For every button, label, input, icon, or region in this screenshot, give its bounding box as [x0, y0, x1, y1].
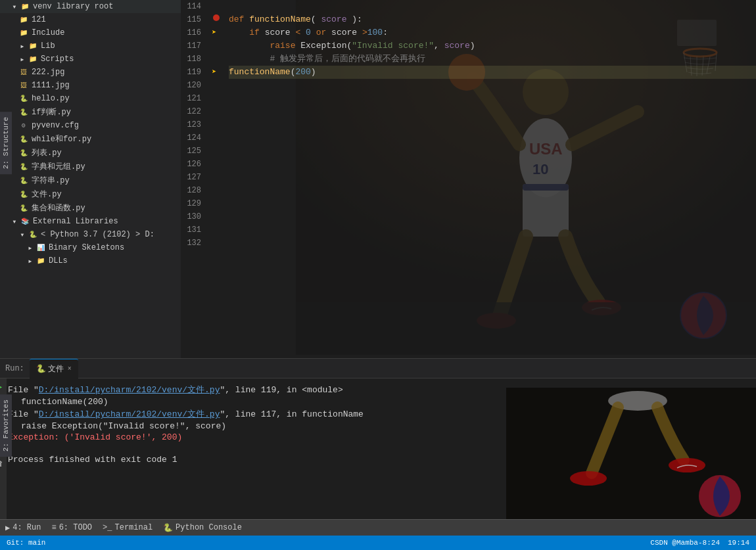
- code-lines[interactable]: def functionName( score ): if score < 0 …: [224, 0, 756, 358]
- config-icon: ⚙: [18, 120, 29, 131]
- python-icon: 🐍: [18, 148, 29, 158]
- favorites-panel-label[interactable]: 2: Favorites: [0, 394, 12, 457]
- expand-icon: ▶: [26, 244, 34, 252]
- run-delete-button[interactable]: 🗑: [0, 459, 3, 468]
- sidebar-item-label: pyvenv.cfg: [32, 121, 79, 130]
- run-icon: ▶: [5, 523, 10, 533]
- sidebar-item-1111jpg[interactable]: 🖼 1111.jpg: [0, 79, 181, 92]
- sidebar-item-label: DLLs: [49, 256, 68, 265]
- editor-area[interactable]: USA 10: [181, 0, 756, 358]
- expand-icon: ▼: [11, 218, 18, 225]
- sidebar-item-dict-py[interactable]: 🐍 字典和元组.py: [0, 160, 181, 173]
- run-tab-python-console[interactable]: 🐍 Python Console: [163, 523, 242, 533]
- line-num: 128: [181, 184, 205, 197]
- code-line-125: [229, 145, 756, 158]
- sidebar-item-222jpg[interactable]: 🖼 222.jpg: [0, 66, 181, 79]
- code-line-123: [229, 118, 756, 131]
- sidebar-item-hello-py[interactable]: 🐍 hello.py: [0, 92, 181, 105]
- code-line-127: [229, 171, 756, 184]
- python-icon: 🐍: [18, 93, 29, 104]
- run-tab-4run[interactable]: ▶ 4: Run: [5, 523, 41, 533]
- sidebar-item-pyvenv-cfg[interactable]: ⚙ pyvenv.cfg: [0, 119, 181, 132]
- sidebar-item-label: if判断.py: [32, 106, 71, 118]
- sidebar-item-python37[interactable]: ▼ 🐍 < Python 3.7 (2102) > D:: [0, 228, 181, 241]
- code-content: 114 115 116 117 118 119 120 121 122 123 …: [181, 0, 756, 358]
- status-left: Git: main: [7, 539, 45, 547]
- line-num: 119: [181, 66, 205, 79]
- breakpoint-gutter: ➤ ➤: [210, 0, 224, 358]
- expand-icon: ▶: [18, 42, 26, 50]
- sidebar-item-include[interactable]: 📁 Include: [0, 26, 181, 39]
- image-icon: 🖼: [18, 80, 29, 91]
- terminal-line-blank: [8, 444, 748, 453]
- run-label: Run:: [5, 364, 24, 373]
- code-line-128: [229, 184, 756, 197]
- sidebar-item-dlls[interactable]: ▶ 📁 DLLs: [0, 254, 181, 267]
- sidebar-item-label: while和for.py: [32, 133, 91, 145]
- code-line-129: [229, 197, 756, 210]
- sidebar-item-121[interactable]: 📁 121: [0, 13, 181, 26]
- bottom-panel: Run: 🐍 文件 ×: [0, 358, 756, 536]
- expand-icon: ▼: [11, 3, 18, 11]
- code-line-118: # 触发异常后，后面的代码就不会再执行: [229, 53, 756, 66]
- code-line-121: [229, 92, 756, 105]
- sidebar-item-list-py[interactable]: 🐍 列表.py: [0, 146, 181, 160]
- folder-icon: 📁: [18, 14, 29, 25]
- debug-arrow-2: ➤: [212, 67, 216, 77]
- sidebar-item-scripts[interactable]: ▶ 📁 Scripts: [0, 53, 181, 66]
- sidebar-item-label: hello.py: [32, 94, 70, 103]
- sidebar-item-while-py[interactable]: 🐍 while和for.py: [0, 132, 181, 146]
- sidebar-item-ifjudge-py[interactable]: 🐍 if判断.py: [0, 105, 181, 119]
- sidebar-item-set-py[interactable]: 🐍 集合和函数.py: [0, 201, 181, 215]
- terminal-line-4: raise Exception("Invalid score!", score): [8, 421, 748, 431]
- terminal-content: File "D:/install/pycharm/2102/venv/文件.py…: [0, 378, 756, 519]
- code-line-120: [229, 79, 756, 92]
- panel-tabs: Run: 🐍 文件 ×: [0, 359, 756, 378]
- sidebar-item-lib[interactable]: ▶ 📁 Lib: [0, 39, 181, 53]
- debug-arrow: ➤: [212, 28, 216, 37]
- sidebar-item-label: 121: [32, 15, 46, 24]
- status-right: CSDN @Mamba-8:24 19:14: [650, 539, 749, 547]
- sidebar-item-venv[interactable]: ▼ 📁 venv library root: [0, 0, 181, 13]
- terminal-icon: >_: [103, 523, 112, 532]
- library-icon: 📊: [35, 242, 46, 253]
- sidebar-item-label: External Libraries: [33, 217, 118, 226]
- code-line-117: raise Exception("Invalid score!", score): [229, 39, 756, 53]
- sidebar-item-label: Lib: [41, 41, 55, 51]
- tab-close-button[interactable]: ×: [68, 365, 72, 373]
- sidebar-item-label: 集合和函数.py: [32, 202, 85, 214]
- line-num: 125: [181, 145, 205, 158]
- sidebar-item-binary[interactable]: ▶ 📊 Binary Skeletons: [0, 241, 181, 254]
- image-icon: 🖼: [18, 67, 29, 78]
- sidebar-item-str-py[interactable]: 🐍 字符串.py: [0, 173, 181, 187]
- folder-icon: 📁: [18, 28, 29, 38]
- sidebar-item-label: venv library root: [33, 2, 113, 11]
- run-bar: ▶ 4: Run ≡ 6: TODO >_ Terminal 🐍 Python …: [0, 519, 756, 536]
- line-num: 129: [181, 197, 205, 210]
- python-tab-icon: 🐍: [36, 364, 45, 373]
- run-tab-terminal[interactable]: >_ Terminal: [103, 523, 153, 532]
- run-play-button[interactable]: ▶: [0, 381, 2, 392]
- library-icon: 📚: [20, 216, 30, 227]
- code-line-116: if score < 0 or score >100:: [229, 26, 756, 39]
- python-icon: 🐍: [18, 134, 29, 145]
- expand-icon: ▶: [26, 257, 34, 265]
- tab-file[interactable]: 🐍 文件 ×: [30, 359, 78, 378]
- sidebar-item-external[interactable]: ▼ 📚 External Libraries: [0, 215, 181, 228]
- breakpoint-marker: [213, 14, 220, 21]
- terminal-line-2: functionName(200): [8, 397, 748, 407]
- code-line-132: [229, 237, 756, 250]
- expand-icon: ▶: [18, 55, 26, 63]
- structure-panel-label[interactable]: 2: Structure: [0, 112, 12, 174]
- terminal-output: File "D:/install/pycharm/2102/venv/文件.py…: [8, 384, 748, 465]
- line-num: 127: [181, 171, 205, 184]
- run-tab-todo[interactable]: ≡ 6: TODO: [51, 523, 92, 532]
- line-num: 118: [181, 53, 205, 66]
- python-icon: 🐍: [18, 175, 29, 186]
- line-num: 117: [181, 39, 205, 53]
- python-icon: 🐍: [18, 162, 29, 172]
- code-line-126: [229, 158, 756, 171]
- sidebar-item-file-py[interactable]: 🐍 文件.py: [0, 187, 181, 201]
- status-git: Git: main: [7, 539, 45, 547]
- terminal-line-1: File "D:/install/pycharm/2102/venv/文件.py…: [8, 384, 748, 396]
